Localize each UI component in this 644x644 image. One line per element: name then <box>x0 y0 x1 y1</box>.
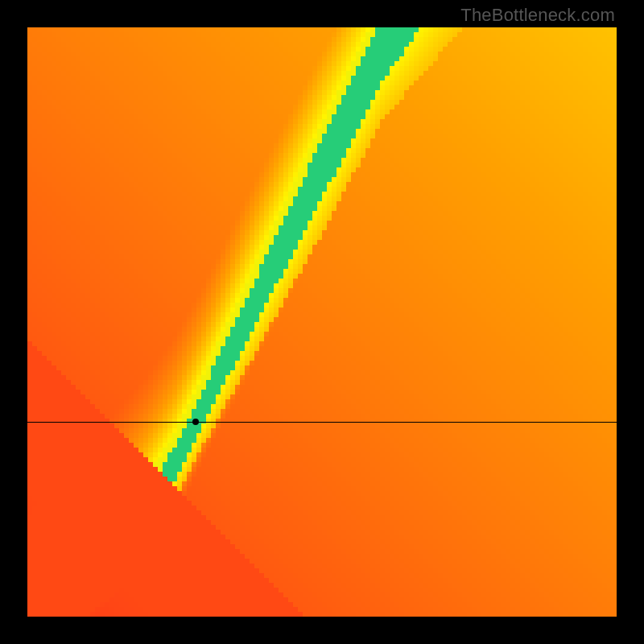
heatmap-plot <box>27 27 617 617</box>
heatmap-canvas <box>27 27 617 617</box>
watermark-text: TheBottleneck.com <box>460 5 615 26</box>
crosshair-vertical <box>196 617 196 644</box>
crosshair-horizontal <box>27 422 617 423</box>
